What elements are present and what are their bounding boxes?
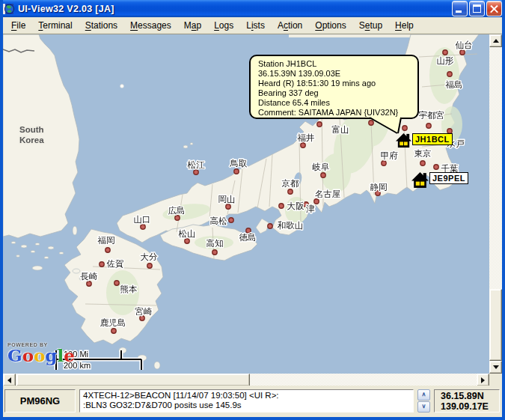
city-marker [314,199,319,204]
city-marker [105,248,110,252]
house-icon-je9pel[interactable] [411,171,429,189]
scroll-down-button[interactable] [489,361,502,374]
window-controls [452,1,502,16]
city-label: 岐阜 [313,162,330,171]
monitor-scroll-down-button[interactable]: ∨ [417,401,430,413]
tooltip-line: Distance 65.4 miles [258,98,410,108]
locator-panel: PM96NG [4,389,76,413]
maximize-icon [473,4,481,13]
city-label: 鹿児島 [100,318,126,327]
city-marker [226,204,230,209]
menu-terminal[interactable]: Terminal [33,19,77,32]
ulleungdo-island [120,85,124,88]
google-logo-letter: e [64,345,75,365]
oki-islands [183,145,188,148]
menu-lists[interactable]: Lists [241,19,270,32]
city-marker [185,239,189,243]
city-label: 名古屋 [315,189,341,198]
city-marker [175,216,180,220]
city-marker [100,262,104,267]
menu-setup[interactable]: Setup [354,19,388,32]
city-marker [301,143,305,147]
menu-help[interactable]: Help [390,19,419,32]
city-label: 福井 [298,133,316,142]
city-label: 大阪 [287,201,305,210]
maximize-button[interactable] [469,1,485,16]
app-globe-icon [3,3,15,15]
left-arrow-icon [4,377,11,383]
menu-messages[interactable]: Messages [125,19,177,32]
country-label-south: South [19,125,44,134]
google-logo-letter: l [57,345,64,365]
map-attribution: POWERED BY Google [7,342,75,364]
city-label: 岡山 [218,195,236,204]
city-marker [434,165,438,169]
country-label-korea: Korea [19,136,44,144]
monitor-line-2: :BLN3 GO32:D7&D700 posits use 145.9s [83,401,410,411]
monitor-scroll-buttons: ∧ ∨ [417,389,430,413]
city-label: 松山 [179,229,196,238]
tooltip-line: Heard (R) 18:51:30 19 mins ago [258,79,410,88]
city-label: 甲府 [381,151,399,160]
map-horizontal-scrollbar[interactable] [3,374,489,386]
city-label: 山形 [437,56,455,65]
menu-options[interactable]: Options [310,19,351,32]
up-arrow-icon [493,36,499,43]
menu-bar: FileTerminalStationsMessagesMapLogsLists… [3,17,502,34]
city-marker [288,189,293,194]
city-marker [420,161,425,165]
city-marker [147,264,152,268]
city-marker [234,169,239,174]
menu-stations[interactable]: Stations [80,19,123,32]
city-label: 松江 [188,160,206,169]
down-arrow-icon [493,365,499,372]
map-viewport[interactable]: South Korea 仙台山形福島宇都宮水戸東京千葉甲府静岡富山福井岐阜名古屋… [3,34,489,374]
window-title: UI-View32 V2.03 [JA] [18,4,452,14]
google-logo: Google [7,347,75,364]
menu-file[interactable]: File [6,19,31,32]
city-marker [212,250,217,255]
city-marker [141,225,145,229]
horizontal-scroll-thumb[interactable] [16,374,250,386]
status-bar: PM96NG 4XTECH-12>BEACON [11/14/07 19:03:… [3,386,502,417]
app-window: UI-View32 V2.03 [JA] FileTerminalStation… [0,0,505,420]
scroll-right-button[interactable] [477,374,489,386]
scroll-up-button[interactable] [489,34,502,47]
right-arrow-icon [481,377,488,383]
city-marker [321,173,325,177]
map-vertical-scrollbar[interactable] [489,34,502,374]
minimize-button[interactable] [452,1,468,16]
station-label-je9pel[interactable]: JE9PEL [429,172,468,184]
close-button[interactable] [486,1,502,16]
city-label: 熊本 [120,284,138,293]
menu-action[interactable]: Action [272,19,307,32]
station-label-jh1bcl[interactable]: JH1BCL [412,133,453,145]
google-logo-letter: g [45,345,57,365]
city-label: 津 [305,204,315,213]
scroll-left-button[interactable] [3,374,16,386]
google-logo-letter: G [7,345,22,365]
city-marker [279,204,284,208]
city-label: 福岡 [98,236,115,245]
city-label: 和歌山 [278,221,304,230]
city-marker [87,281,91,286]
cursor-coords-panel: 36.15.89N 139.09.17E [434,389,500,413]
title-bar: UI-View32 V2.03 [JA] [0,0,505,17]
tooltip-line: 36.15.39N 139.09.03E [258,69,410,79]
menu-map[interactable]: Map [179,19,206,32]
city-label: 宇都宮 [419,111,445,120]
vertical-scroll-thumb[interactable] [489,289,502,361]
scrollbar-corner [489,374,502,386]
city-marker [460,50,465,55]
cursor-longitude: 139.09.17E [441,401,499,412]
monitor-scroll-up-button[interactable]: ∧ [417,389,430,401]
city-label: 徳島 [239,233,257,242]
cursor-latitude: 36.15.89N [441,391,499,401]
city-label: 鳥取 [230,159,248,168]
menu-logs[interactable]: Logs [209,19,239,32]
city-label: 高知 [206,239,224,248]
monitor-line-1: 4XTECH-12>BEACON [11/14/07 19:03:50] <UI… [83,391,410,401]
city-label: 仙台 [456,40,473,49]
city-marker [447,72,452,76]
city-marker [382,161,386,165]
